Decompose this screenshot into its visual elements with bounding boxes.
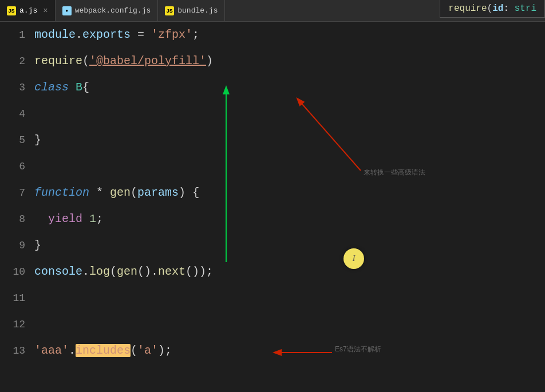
line-content-3: class B{ bbox=[34, 74, 545, 101]
line-number-13: 13 bbox=[0, 338, 34, 364]
line-8: 8 yield 1; bbox=[0, 206, 545, 232]
annotation-es7: Es7语法不解析 bbox=[335, 345, 381, 354]
tab-webpack-label: webpack.config.js bbox=[75, 6, 151, 15]
js-icon: JS bbox=[7, 6, 16, 15]
line-13: 13 'aaa'.includes('a'); bbox=[0, 338, 545, 364]
line-6: 6 bbox=[0, 153, 545, 180]
editor: 1 module.exports = 'zfpx'; 2 require('@b… bbox=[0, 22, 545, 392]
tab-bar: JS a.js × ● webpack.config.js JS bundle.… bbox=[0, 0, 545, 22]
line-number-9: 9 bbox=[0, 232, 34, 259]
line-10: 10 console.log(gen().next()); bbox=[0, 259, 545, 285]
line-content-9: } bbox=[34, 232, 545, 259]
tooltip-type: stri bbox=[515, 3, 536, 14]
line-number-12: 12 bbox=[0, 311, 34, 338]
line-content-13: 'aaa'.includes('a'); bbox=[34, 338, 545, 364]
tooltip-popup: require(id: stri bbox=[440, 0, 545, 18]
annotation-convert: 来转换一些高级语法 bbox=[364, 168, 425, 177]
tab-a-js-label: a.js bbox=[19, 6, 37, 15]
line-number-7: 7 bbox=[0, 180, 34, 206]
line-9: 9 } bbox=[0, 232, 545, 259]
line-number-6: 6 bbox=[0, 153, 34, 180]
line-number-1: 1 bbox=[0, 22, 34, 48]
line-12: 12 bbox=[0, 311, 545, 338]
line-7: 7 function * gen(params) { bbox=[0, 180, 545, 206]
tooltip-require: require bbox=[448, 3, 487, 14]
line-content-7: function * gen(params) { bbox=[34, 180, 545, 206]
close-tab-a-js[interactable]: × bbox=[43, 7, 48, 15]
line-number-11: 11 bbox=[0, 285, 34, 311]
line-1: 1 module.exports = 'zfpx'; bbox=[0, 22, 545, 48]
line-number-8: 8 bbox=[0, 206, 34, 232]
line-5: 5 } bbox=[0, 127, 545, 153]
js-icon-2: JS bbox=[165, 6, 174, 15]
line-3: 3 class B{ bbox=[0, 74, 545, 101]
webpack-icon: ● bbox=[62, 6, 72, 15]
tab-a-js[interactable]: JS a.js × bbox=[0, 0, 56, 21]
line-11: 11 bbox=[0, 285, 545, 311]
line-content-10: console.log(gen().next()); bbox=[34, 259, 545, 285]
tab-bundle-js[interactable]: JS bundle.js bbox=[158, 0, 225, 21]
line-content-5: } bbox=[34, 127, 545, 153]
line-number-2: 2 bbox=[0, 48, 34, 74]
line-number-10: 10 bbox=[0, 259, 34, 285]
line-content-2: require('@babel/polyfill') bbox=[34, 48, 545, 74]
tab-webpack-config[interactable]: ● webpack.config.js bbox=[56, 0, 159, 21]
tooltip-id: id bbox=[492, 3, 503, 14]
line-2: 2 require('@babel/polyfill') bbox=[0, 48, 545, 74]
line-content-1: module.exports = 'zfpx'; bbox=[34, 22, 545, 48]
line-number-4: 4 bbox=[0, 101, 34, 127]
line-content-8: yield 1; bbox=[34, 206, 545, 232]
tab-bundle-label: bundle.js bbox=[177, 6, 218, 15]
line-number-5: 5 bbox=[0, 127, 34, 153]
line-4: 4 bbox=[0, 101, 545, 127]
line-number-3: 3 bbox=[0, 74, 34, 101]
